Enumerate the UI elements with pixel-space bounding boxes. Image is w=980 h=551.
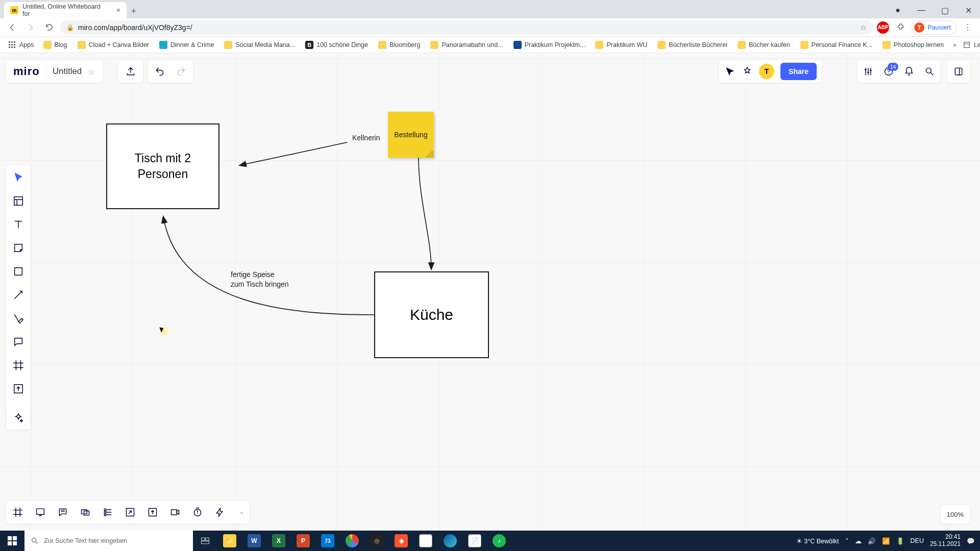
app-powerpoint[interactable]: P bbox=[291, 531, 315, 551]
share-button[interactable]: Share bbox=[780, 63, 817, 80]
undo-icon[interactable] bbox=[154, 66, 165, 77]
voting-icon[interactable] bbox=[102, 507, 113, 518]
svg-rect-2 bbox=[14, 41, 15, 43]
app-brave[interactable]: ◆ bbox=[389, 531, 413, 551]
miro-logo[interactable]: miro bbox=[13, 65, 40, 78]
sticky-bestellung[interactable]: Bestellung bbox=[388, 112, 434, 158]
user-avatar[interactable]: T bbox=[759, 64, 774, 79]
activity-icon[interactable] bbox=[214, 507, 226, 518]
video-icon[interactable] bbox=[169, 507, 181, 518]
text-speise[interactable]: fertige Speise zum Tisch bringen bbox=[231, 270, 289, 289]
timer-icon[interactable] bbox=[192, 507, 203, 518]
bookmark-item[interactable]: Bücher kaufen bbox=[733, 38, 794, 52]
bookmarks-overflow-icon[interactable]: » bbox=[953, 41, 957, 48]
frame-tool[interactable] bbox=[11, 358, 26, 372]
shape-tool[interactable] bbox=[11, 264, 26, 279]
attention-icon[interactable] bbox=[147, 507, 158, 518]
extensions-icon[interactable] bbox=[893, 20, 908, 35]
app-obs[interactable]: ◎ bbox=[364, 531, 389, 551]
frames-list-icon[interactable] bbox=[12, 507, 23, 518]
reading-list-button[interactable]: Leseliste bbox=[959, 38, 980, 52]
zoom-indicator[interactable]: 100% bbox=[941, 505, 970, 523]
start-button[interactable] bbox=[0, 531, 24, 551]
select-tool[interactable] bbox=[11, 170, 26, 185]
bookmark-item[interactable]: Personal Finance K... bbox=[796, 38, 877, 52]
collapse-toolbar-icon[interactable]: « bbox=[240, 509, 243, 516]
help-icon[interactable]: 14 bbox=[883, 66, 894, 77]
comment-tool[interactable] bbox=[11, 335, 26, 349]
activity-panel-button[interactable] bbox=[947, 60, 970, 83]
account-dot-icon[interactable]: ● bbox=[886, 2, 910, 18]
language-indicator[interactable]: DEU bbox=[911, 537, 924, 544]
abp-extension-icon[interactable]: ABP bbox=[877, 21, 889, 34]
bookmark-item[interactable]: B100 schöne Dinge bbox=[301, 38, 372, 52]
browser-tab-active[interactable]: m Untitled, Online Whiteboard for × bbox=[4, 2, 127, 18]
app-notepad[interactable]: 📄 bbox=[462, 531, 487, 551]
presentation-icon[interactable] bbox=[35, 507, 46, 518]
shape-kueche[interactable]: Küche bbox=[374, 271, 489, 358]
weather-widget[interactable]: ☀ 3°C Bewölkt bbox=[796, 537, 839, 545]
app-excel[interactable]: X bbox=[266, 531, 291, 551]
notifications-icon[interactable] bbox=[903, 66, 915, 77]
close-window-icon[interactable]: ✕ bbox=[957, 2, 980, 18]
maximize-icon[interactable]: ▢ bbox=[933, 2, 957, 18]
app-spotify[interactable]: ♪ bbox=[487, 531, 511, 551]
new-tab-button[interactable]: + bbox=[127, 4, 141, 18]
search-icon[interactable] bbox=[924, 66, 935, 77]
app-edge[interactable] bbox=[438, 531, 462, 551]
app-chrome[interactable] bbox=[340, 531, 364, 551]
miro-canvas[interactable]: miro Untitled ☆ T Share 14 bbox=[0, 53, 980, 531]
task-view-icon[interactable] bbox=[193, 531, 217, 551]
url-input[interactable]: 🔒 miro.com/app/board/uXjVOf8yZ3g=/ ☆ bbox=[60, 20, 873, 35]
reload-icon[interactable] bbox=[42, 20, 56, 35]
minimize-icon[interactable]: — bbox=[910, 2, 933, 18]
svg-rect-26 bbox=[172, 510, 177, 515]
volume-icon[interactable]: 🔊 bbox=[868, 537, 876, 545]
text-kellnerin[interactable]: Kellnerin bbox=[352, 133, 380, 143]
onedrive-icon[interactable]: ☁ bbox=[855, 537, 862, 545]
tray-overflow-icon[interactable]: ˄ bbox=[845, 537, 849, 545]
apps-shortcut[interactable]: Apps bbox=[5, 41, 37, 49]
settings-icon[interactable] bbox=[863, 66, 874, 77]
screenshare-icon[interactable] bbox=[125, 507, 136, 518]
wifi-icon[interactable]: 📶 bbox=[882, 537, 890, 545]
cursor-follow-icon[interactable] bbox=[724, 66, 736, 77]
app-word[interactable]: W bbox=[242, 531, 266, 551]
bookmark-item[interactable]: Panoramabahn und... bbox=[426, 38, 507, 52]
clock[interactable]: 20:41 25.11.2021 bbox=[930, 534, 961, 548]
app-notes[interactable]: 🗒 bbox=[413, 531, 438, 551]
action-center-icon[interactable]: 💬 bbox=[967, 537, 975, 545]
star-board-icon[interactable]: ☆ bbox=[88, 67, 95, 77]
bookmark-item[interactable]: Photoshop lernen bbox=[878, 38, 948, 52]
sticky-note-tool[interactable] bbox=[11, 241, 26, 255]
templates-tool[interactable] bbox=[11, 194, 26, 208]
pen-tool[interactable] bbox=[11, 311, 26, 325]
bookmark-item[interactable]: Social Media Mana... bbox=[220, 38, 299, 52]
reactions-icon[interactable] bbox=[742, 66, 753, 77]
connector-tool[interactable] bbox=[11, 288, 26, 302]
upload-tool[interactable] bbox=[11, 382, 26, 396]
app-calendar[interactable]: 73 bbox=[315, 531, 340, 551]
profile-chip[interactable]: T Pausiert bbox=[912, 20, 957, 35]
app-explorer[interactable]: 📁 bbox=[217, 531, 242, 551]
star-bookmark-icon[interactable]: ☆ bbox=[860, 23, 867, 32]
export-button[interactable] bbox=[118, 60, 143, 83]
bookmark-item[interactable]: Bücherliste Bücherei bbox=[653, 38, 731, 52]
bookmark-item[interactable]: Blog bbox=[39, 38, 71, 52]
bookmark-item[interactable]: Dinner & Crime bbox=[155, 38, 218, 52]
bookmark-item[interactable]: Bloomberg bbox=[374, 38, 424, 52]
shape-tisch[interactable]: Tisch mit 2 Personen bbox=[106, 123, 219, 209]
bookmark-item[interactable]: Praktikum Projektm... bbox=[509, 38, 590, 52]
chat-icon[interactable] bbox=[57, 507, 68, 518]
card-icon[interactable] bbox=[80, 507, 91, 518]
bookmark-item[interactable]: Cload + Canva Bilder bbox=[74, 38, 153, 52]
taskbar-search[interactable]: Zur Suche Text hier eingeben bbox=[24, 531, 193, 551]
bookmark-item[interactable]: Praktikum WU bbox=[591, 38, 651, 52]
sparkle-tool[interactable] bbox=[6, 405, 31, 430]
chrome-menu-icon[interactable]: ⋮ bbox=[961, 20, 975, 35]
text-tool[interactable] bbox=[11, 217, 26, 232]
battery-icon[interactable]: 🔋 bbox=[896, 537, 904, 545]
back-icon[interactable] bbox=[5, 20, 19, 35]
board-title[interactable]: Untitled bbox=[53, 66, 82, 77]
close-tab-icon[interactable]: × bbox=[116, 6, 120, 14]
